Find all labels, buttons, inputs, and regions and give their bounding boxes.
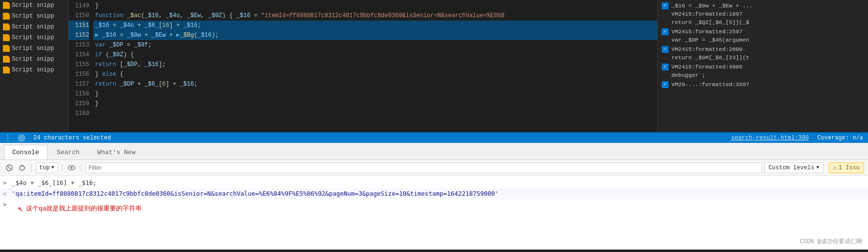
tab-whats-new[interactable]: What's New (89, 145, 144, 160)
annotation-arrow-icon: ↖ (18, 203, 23, 214)
right-checkbox-5[interactable] (662, 81, 669, 88)
code-line-1160 (93, 109, 657, 118)
right-checkbox-1[interactable] (662, 2, 669, 9)
code-line-1159: } (93, 99, 657, 109)
annotation-line: ↖ 这个qa就是我上面提到的很重要的字符串 (0, 201, 868, 216)
filter-input[interactable] (85, 162, 762, 173)
right-text-5: VM29-...:formatted:3597 (671, 80, 749, 89)
sidebar-item-5[interactable]: Script snipp (0, 43, 68, 54)
svg-point-5 (71, 167, 73, 169)
console-output-value: 'qa:itemId=ff8080817c8312c4017c9bbfc8de0… (12, 189, 498, 198)
code-editor: 1149 1150 1151 1152 1153 1154 1155 1156 … (69, 0, 657, 132)
custom-levels-selector[interactable]: Custom levels ▼ (764, 162, 824, 173)
code-line-1157: return _$DP + _$6_[6] + _$16; (93, 79, 657, 89)
sidebar-item-label: Script snipp (12, 13, 54, 20)
console-line-2: < 'qa:itemId=ff8080817c8312c4017c9bbfc8d… (0, 188, 868, 199)
top-arrow-icon: ▼ (51, 165, 54, 170)
selected-text-status: 24 characters selected (33, 135, 111, 141)
status-right: search-result.html:390 Coverage: n/a (731, 135, 863, 141)
console-line-1: > _$4o + _$6_[16] + _$16; (0, 178, 868, 188)
code-line-1158: } (93, 89, 657, 99)
right-text-3: VM2415:formatted:2600 return _$GM[_$6_[2… (671, 45, 749, 62)
issues-button[interactable]: ⚠ 1 Issu (829, 162, 864, 173)
annotation-text: 这个qa就是我上面提到的很重要的字符串 (26, 204, 142, 213)
custom-levels-arrow-icon: ▼ (817, 165, 819, 170)
sidebar-item-label: Script snipp (12, 45, 54, 52)
code-line-1153: var _$DP = _$8f; (93, 40, 657, 50)
svg-line-1 (8, 166, 11, 169)
tab-bar: Console Search What's New (0, 143, 868, 160)
sidebar-item-1[interactable]: Script snipp (0, 0, 68, 11)
file-icon (3, 67, 10, 73)
tab-search[interactable]: Search (49, 145, 88, 160)
code-line-1154: if (_$0Z) { (93, 50, 657, 60)
right-item-5: VM29-...:formatted:3597 (658, 80, 868, 89)
file-icon (3, 13, 10, 20)
devtools-bottom-panel: Console Search What's New (0, 143, 868, 250)
sidebar-item-label: Script snipp (12, 34, 54, 41)
toolbar-separator-2 (62, 164, 62, 172)
file-info-link[interactable]: search-result.html:390 (731, 135, 809, 141)
status-left: ⋮ 24 characters selected (5, 134, 111, 142)
status-bar: ⋮ 24 characters selected search-result.h… (0, 132, 868, 143)
prompt-arrow: > (3, 200, 6, 209)
right-text-4: VM2415:formatted:4906 debugger ; (671, 63, 743, 79)
right-panel: _$16 = _$0w + _$Ew + ... VM2415:formatte… (657, 0, 868, 132)
line-numbers: 1149 1150 1151 1152 1153 1154 1155 1156 … (69, 0, 93, 132)
sidebar-item-2[interactable]: Script snipp (0, 11, 68, 22)
code-line-1156: } else { (93, 69, 657, 79)
custom-levels-label: Custom levels (769, 164, 815, 171)
right-item-1: _$16 = _$0w + _$Ew + ... VM2415:formatte… (658, 1, 868, 27)
right-checkbox-4[interactable] (662, 64, 669, 70)
right-item-3: VM2415:formatted:2600 return _$GM[_$6_[2… (658, 45, 868, 62)
code-line-1155: return [_$DP, _$16]; (93, 60, 657, 69)
console-line-3: > (0, 199, 868, 201)
top-label: top (39, 164, 50, 171)
coverage-text: Coverage: n/a (817, 135, 863, 141)
code-content: } function _$ac(_$16, _$4o, _$Ew, _$0Z) … (93, 0, 657, 132)
sidebar-item-label: Script snipp (12, 56, 54, 63)
file-icon (3, 23, 10, 30)
sidebar-item-3[interactable]: Script snipp (0, 22, 68, 32)
right-item-4: VM2415:formatted:4906 debugger ; (658, 62, 868, 80)
input-arrow: > (3, 179, 6, 187)
file-icon (3, 2, 10, 9)
console-toolbar: top ▼ Custom levels ▼ ⚠ 1 Issu (0, 160, 868, 176)
code-line-1151: _$16 = _$4o + _$6_[16] + _$16; (93, 21, 657, 30)
sidebar-item-4[interactable]: Script snipp (0, 32, 68, 43)
csdn-credit: CSDN @成功你要成仁啊 (800, 237, 862, 246)
code-line-1149: } (93, 1, 657, 11)
sidebar-item-label: Script snipp (12, 2, 54, 9)
right-checkbox-2[interactable] (662, 28, 669, 35)
eye-button[interactable] (66, 162, 77, 173)
sidebar: Script snipp Script snipp Script snipp S… (0, 0, 69, 132)
issues-count: ⚠ (833, 164, 837, 171)
sidebar-item-label: Script snipp (12, 67, 54, 73)
sidebar-item-7[interactable]: Script snipp (0, 65, 68, 75)
output-arrow: < (3, 189, 6, 198)
file-icon (3, 56, 10, 63)
issues-label: 1 Issu (839, 164, 860, 171)
code-line-1150: function _$ac(_$16, _$4o, _$Ew, _$0Z) { … (93, 11, 657, 21)
console-expression: _$4o + _$6_[16] + _$16; (12, 179, 97, 187)
toolbar-separator-1 (31, 164, 32, 172)
file-icon (3, 34, 10, 41)
file-icon (3, 45, 10, 52)
console-output: > _$4o + _$6_[16] + _$16; < 'qa:itemId=f… (0, 176, 868, 250)
tab-console[interactable]: Console (4, 145, 48, 160)
right-text-1: _$16 = _$0w + _$Ew + ... VM2415:formatte… (671, 1, 753, 26)
right-item-2: VM2415:formatted:2597 var _$DP = _$45(ar… (658, 27, 868, 45)
status-dots: ⋮ (5, 134, 11, 141)
code-line-1152: ▶ _$16 = _$0w + _$Ew + ▶_$Bg(_$16); (93, 30, 657, 40)
toolbar-separator-3 (81, 164, 81, 172)
devtools-panel: Console Search What's New (0, 143, 868, 250)
right-checkbox-3[interactable] (662, 46, 669, 53)
sidebar-item-label: Script snipp (12, 23, 54, 30)
top-selector[interactable]: top ▼ (36, 162, 58, 173)
stop-recording-button[interactable] (17, 162, 27, 173)
right-text-2: VM2415:formatted:2597 var _$DP = _$45(ar… (671, 27, 749, 44)
sidebar-item-6[interactable]: Script snipp (0, 54, 68, 65)
code-editor-area: Script snipp Script snipp Script snipp S… (0, 0, 868, 132)
clear-console-button[interactable] (4, 162, 15, 173)
